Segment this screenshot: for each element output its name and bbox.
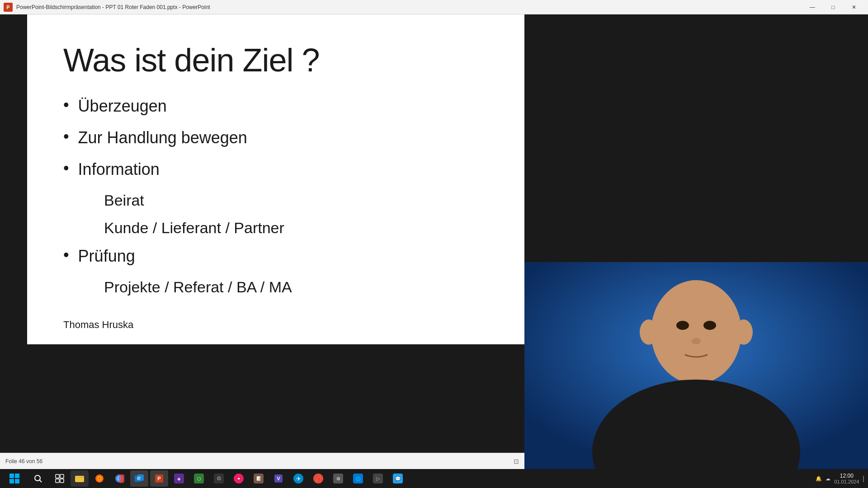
title-bar: P PowerPoint-Bildschirmpräsentation - PP… xyxy=(0,0,868,14)
search-button[interactable] xyxy=(27,470,49,487)
windows-taskbar: @ P ◈ ⬡ ⚙ ✦ 📝 V ✈ 📌 ⚙ 🌐 xyxy=(0,469,868,488)
svg-rect-15 xyxy=(56,474,59,478)
svg-text:@: @ xyxy=(137,476,141,480)
bullet-dot-2: • xyxy=(63,128,69,145)
task-view-icon xyxy=(55,474,64,483)
close-button[interactable]: ✕ xyxy=(844,0,864,14)
app12-icon: ✈ xyxy=(293,474,303,483)
bullet-list: • Überzeugen • Zur Handlung bewegen • In… xyxy=(63,97,488,179)
taskbar-item-chrome[interactable] xyxy=(110,470,128,487)
app6-icon: ◈ xyxy=(174,474,184,483)
slide-footer: Thomas Hruska xyxy=(63,319,133,331)
taskbar-item-file-explorer[interactable] xyxy=(71,470,89,487)
taskbar-item-app12[interactable]: ✈ xyxy=(289,470,307,487)
window-title: PowerPoint-Bildschirmpräsentation - PPT … xyxy=(16,4,210,10)
svg-point-13 xyxy=(35,475,40,481)
taskbar-clock: 12:00 01.01.2024 xyxy=(834,473,859,484)
app8-icon: ⚙ xyxy=(214,474,224,483)
taskbar-item-app14[interactable]: ⚙ xyxy=(329,470,347,487)
bullet-dot-4: • xyxy=(63,247,69,263)
taskbar-item-app6[interactable]: ◈ xyxy=(170,470,188,487)
taskbar-right: 🔔 ☁ 12:00 01.01.2024 | xyxy=(816,473,864,484)
bullet-text-1: Überzeugen xyxy=(78,97,167,116)
svg-rect-12 xyxy=(15,479,19,483)
taskbar-item-app9[interactable]: ✦ xyxy=(230,470,248,487)
sub-item-3: Projekte / Referat / BA / MA xyxy=(63,278,488,296)
svg-point-8 xyxy=(735,319,753,345)
slide-content: Was ist dein Ziel ? • Überzeugen • Zur H… xyxy=(27,14,524,324)
taskbar-item-app15[interactable]: 🌐 xyxy=(349,470,367,487)
app13-icon: 📌 xyxy=(313,474,323,483)
svg-rect-18 xyxy=(60,479,64,483)
app10-icon: 📝 xyxy=(254,474,264,483)
app9-icon: ✦ xyxy=(234,474,244,483)
taskbar-item-app17[interactable]: 💬 xyxy=(389,470,407,487)
bullet-text-2: Zur Handlung bewegen xyxy=(78,128,247,147)
notification-icon[interactable]: 🔔 xyxy=(816,476,822,482)
video-overlay xyxy=(524,262,868,469)
svg-rect-17 xyxy=(56,479,59,483)
bullet-text-4: Prüfung xyxy=(78,247,135,266)
app7-icon: ⬡ xyxy=(194,474,204,483)
bullet-list-2: • Prüfung xyxy=(63,247,488,266)
app11-icon: V xyxy=(274,474,283,483)
cloud-icon[interactable]: ☁ xyxy=(826,476,830,482)
powerpoint-taskbar-icon: P xyxy=(154,474,164,483)
taskbar-item-app8[interactable]: ⚙ xyxy=(210,470,228,487)
svg-point-7 xyxy=(640,319,658,345)
taskbar-item-powerpoint[interactable]: P xyxy=(150,470,168,487)
app14-icon: ⚙ xyxy=(333,474,343,483)
svg-rect-10 xyxy=(15,474,19,478)
window-controls: — □ ✕ xyxy=(802,0,864,14)
taskbar-item-outlook[interactable]: @ xyxy=(130,470,148,487)
taskbar-item-app13[interactable]: 📌 xyxy=(309,470,327,487)
file-explorer-icon xyxy=(75,474,85,483)
search-icon xyxy=(33,474,42,483)
svg-point-6 xyxy=(692,338,701,344)
bullet-text-3: Information xyxy=(78,160,160,179)
status-bar: Folie 46 von 56 ⊡ xyxy=(0,453,524,469)
svg-rect-11 xyxy=(9,479,14,483)
clock-date: 01.01.2024 xyxy=(834,479,859,484)
slide-dark-bottom xyxy=(27,344,524,469)
maximize-button[interactable]: □ xyxy=(823,0,844,14)
taskbar-item-app16[interactable]: ▷ xyxy=(369,470,387,487)
svg-text:V: V xyxy=(277,476,280,481)
clock-time: 12:00 xyxy=(834,473,859,479)
outlook-icon: @ xyxy=(134,474,144,483)
fit-icon: ⊡ xyxy=(514,458,519,465)
firefox-icon xyxy=(94,474,104,483)
slide-outer: Was ist dein Ziel ? • Überzeugen • Zur H… xyxy=(27,14,524,469)
sub-item-2: Kunde / Lieferant / Partner xyxy=(63,219,488,237)
task-view-button[interactable] xyxy=(51,470,69,487)
svg-rect-16 xyxy=(60,474,64,478)
title-bar-left: P PowerPoint-Bildschirmpräsentation - PP… xyxy=(4,3,210,12)
powerpoint-icon: P xyxy=(4,3,13,12)
bullet-item-2: • Zur Handlung bewegen xyxy=(63,128,488,147)
minimize-button[interactable]: — xyxy=(802,0,823,14)
sub-item-1: Beirat xyxy=(63,192,488,209)
svg-text:P: P xyxy=(157,476,160,481)
slide-title: Was ist dein Ziel ? xyxy=(63,42,488,79)
windows-logo-icon xyxy=(9,473,20,484)
slide-area: Was ist dein Ziel ? • Überzeugen • Zur H… xyxy=(27,14,524,344)
left-panel xyxy=(0,14,27,469)
taskbar-item-app7[interactable]: ⬡ xyxy=(190,470,208,487)
taskbar-item-app10[interactable]: 📝 xyxy=(250,470,268,487)
video-person xyxy=(524,262,868,469)
svg-point-4 xyxy=(676,321,689,330)
svg-point-25 xyxy=(118,477,121,480)
svg-point-5 xyxy=(703,321,716,330)
start-button[interactable] xyxy=(4,470,25,487)
bullet-item-3: • Information xyxy=(63,160,488,179)
show-desktop-button[interactable]: | xyxy=(863,475,864,482)
app17-icon: 💬 xyxy=(393,474,403,483)
taskbar-item-firefox[interactable] xyxy=(90,470,108,487)
svg-point-22 xyxy=(99,478,100,479)
svg-rect-9 xyxy=(9,474,14,478)
svg-point-1 xyxy=(651,280,741,384)
slide-counter: Folie 46 von 56 xyxy=(5,458,42,465)
taskbar-item-app11[interactable]: V xyxy=(269,470,288,487)
app16-icon: ▷ xyxy=(373,474,383,483)
person-svg xyxy=(524,262,868,469)
